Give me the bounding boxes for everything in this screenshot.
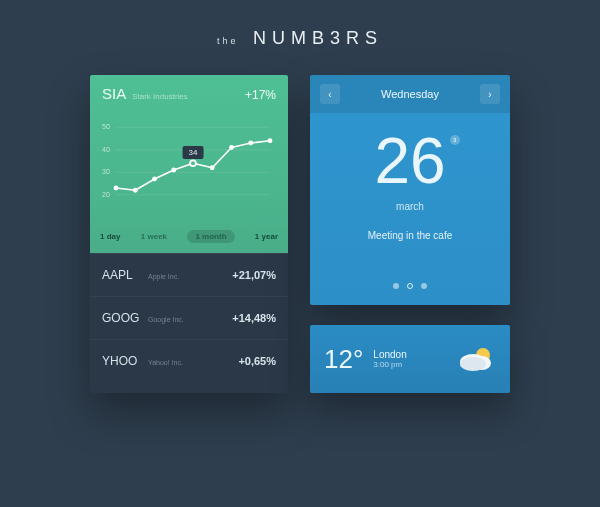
page-dot-0[interactable] xyxy=(393,283,399,289)
featured-ticker: SIA xyxy=(102,85,126,102)
calendar-weekday: Wednesday xyxy=(381,88,439,100)
title-word: NUMB3RS xyxy=(253,28,383,48)
stock-row-goog[interactable]: GOOGGoogle Inc.+14,48% xyxy=(90,296,288,339)
featured-company: Stark Industries xyxy=(132,92,245,101)
calendar-day-number: 26 xyxy=(374,125,445,197)
calendar-month: march xyxy=(310,201,510,212)
stock-row-yhoo[interactable]: YHOOYahoo! Inc.+0,65% xyxy=(90,339,288,382)
calendar-next-button[interactable]: › xyxy=(480,84,500,104)
range-1-month[interactable]: 1 month xyxy=(187,230,234,243)
range-1-year[interactable]: 1 year xyxy=(255,232,278,241)
weather-city: London xyxy=(373,349,406,360)
row-company: Apple Inc. xyxy=(148,273,232,280)
svg-point-10 xyxy=(152,177,157,182)
row-ticker: AAPL xyxy=(102,268,148,282)
range-1-day[interactable]: 1 day xyxy=(100,232,120,241)
svg-point-14 xyxy=(210,165,215,170)
svg-point-17 xyxy=(268,138,273,143)
weather-temp: 12° xyxy=(324,344,363,375)
svg-text:40: 40 xyxy=(102,146,110,153)
calendar-prev-button[interactable]: ‹ xyxy=(320,84,340,104)
row-change: +21,07% xyxy=(232,269,276,281)
svg-point-11 xyxy=(171,168,176,173)
title-prefix: the xyxy=(217,36,239,46)
stock-featured: SIA Stark Industries +17% 50403020 34 1 … xyxy=(90,75,288,253)
calendar-day: 26 3 xyxy=(374,129,445,193)
row-change: +0,65% xyxy=(238,355,276,367)
svg-point-9 xyxy=(133,188,138,193)
page-dot-2[interactable] xyxy=(421,283,427,289)
weather-time: 3:00 pm xyxy=(373,360,406,369)
svg-text:20: 20 xyxy=(102,191,110,198)
calendar-pagination xyxy=(310,265,510,305)
notification-badge[interactable]: 3 xyxy=(450,135,460,145)
stock-list: AAPLApple Inc.+21,07%GOOGGoogle Inc.+14,… xyxy=(90,253,288,382)
svg-text:30: 30 xyxy=(102,168,110,175)
svg-point-8 xyxy=(114,186,119,191)
calendar-event: Meeting in the cafe xyxy=(310,230,510,241)
featured-change: +17% xyxy=(245,88,276,102)
chart-callout-value: 34 xyxy=(189,148,198,157)
weather-widget: 12° London 3:00 pm xyxy=(310,325,510,393)
stock-row-aapl[interactable]: AAPLApple Inc.+21,07% xyxy=(90,253,288,296)
stock-chart: 50403020 34 xyxy=(90,106,288,224)
page-title: the NUMB3RS xyxy=(0,0,600,49)
row-ticker: YHOO xyxy=(102,354,148,368)
svg-point-21 xyxy=(460,357,486,371)
chevron-right-icon: › xyxy=(488,89,491,100)
page-dot-1[interactable] xyxy=(407,283,413,289)
row-ticker: GOOG xyxy=(102,311,148,325)
range-bar: 1 day1 week1 month1 year xyxy=(90,224,288,253)
row-change: +14,48% xyxy=(232,312,276,324)
row-company: Google Inc. xyxy=(148,316,232,323)
svg-text:50: 50 xyxy=(102,123,110,130)
range-1-week[interactable]: 1 week xyxy=(141,232,167,241)
calendar-widget: ‹ Wednesday › 26 3 march Meeting in the … xyxy=(310,75,510,305)
chart-callout: 34 xyxy=(183,146,204,159)
stock-widget: SIA Stark Industries +17% 50403020 34 1 … xyxy=(90,75,288,393)
partly-cloudy-icon xyxy=(456,344,496,374)
chevron-left-icon: ‹ xyxy=(328,89,331,100)
row-company: Yahoo! Inc. xyxy=(148,359,238,366)
svg-point-16 xyxy=(248,141,253,146)
svg-point-15 xyxy=(229,145,234,150)
